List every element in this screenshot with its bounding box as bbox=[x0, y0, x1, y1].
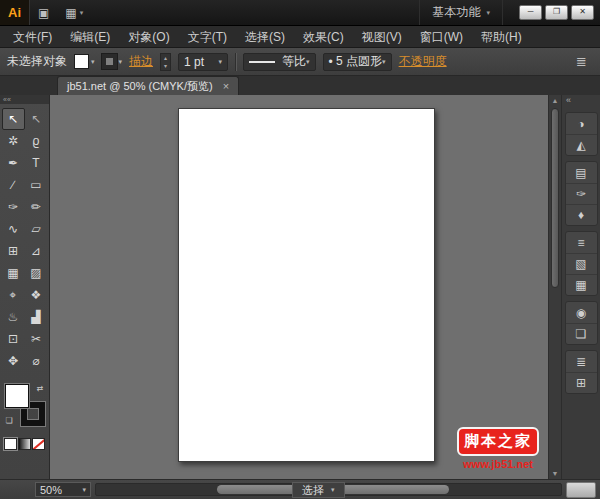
dock-group: ◑ ◭ bbox=[565, 112, 598, 156]
chevron-down-icon: ▾ bbox=[486, 9, 490, 17]
current-tool-status: 选择 bbox=[302, 483, 324, 498]
expand-panels-icon[interactable]: « bbox=[562, 95, 600, 107]
brushes-panel-icon[interactable]: ✑ bbox=[566, 183, 597, 204]
arrange-documents-icon[interactable]: ▦▾ bbox=[57, 0, 91, 25]
document-tab[interactable]: jb51.net @ 50% (CMYK/预览) × bbox=[57, 76, 239, 95]
gradient-mode-button[interactable] bbox=[18, 438, 31, 450]
watermark-logo: 脚本之家 bbox=[457, 427, 539, 456]
shape-builder-tool[interactable]: ⊞ bbox=[2, 240, 25, 262]
close-tab-icon[interactable]: × bbox=[223, 80, 229, 92]
swap-fill-stroke-icon[interactable]: ⇄ bbox=[37, 384, 44, 393]
artboard[interactable] bbox=[178, 108, 435, 462]
workspace-switcher[interactable]: 基本功能▾ bbox=[419, 0, 503, 25]
menu-item-select[interactable]: 选择(S) bbox=[236, 26, 294, 48]
stroke-panel-link[interactable]: 描边 bbox=[129, 53, 153, 70]
document-tab-bar: jb51.net @ 50% (CMYK/预览) × bbox=[0, 76, 600, 95]
symbols-panel-icon[interactable]: ♦ bbox=[566, 204, 597, 225]
menu-item-type[interactable]: 文字(T) bbox=[179, 26, 236, 48]
artboards-panel-icon[interactable]: ⊞ bbox=[566, 372, 597, 393]
magic-wand-tool[interactable]: ✲ bbox=[2, 130, 25, 152]
rectangle-tool[interactable]: ▭ bbox=[25, 174, 48, 196]
fill-swatch[interactable] bbox=[5, 384, 29, 408]
menu-bar: 文件(F) 编辑(E) 对象(O) 文字(T) 选择(S) 效果(C) 视图(V… bbox=[0, 26, 600, 48]
swatches-panel-icon[interactable]: ▤ bbox=[566, 162, 597, 183]
close-button[interactable]: ✕ bbox=[571, 5, 594, 20]
lasso-tool[interactable]: ϱ bbox=[25, 130, 48, 152]
menu-item-help[interactable]: 帮助(H) bbox=[472, 26, 531, 48]
menu-item-view[interactable]: 视图(V) bbox=[353, 26, 411, 48]
dock-group: ≡ ▧ ▦ bbox=[565, 231, 598, 296]
hand-tool[interactable]: ✥ bbox=[2, 350, 25, 372]
direct-selection-tool[interactable]: ↖ bbox=[25, 108, 48, 130]
graphic-styles-panel-icon[interactable]: ❏ bbox=[566, 323, 597, 344]
column-graph-tool[interactable]: ▟ bbox=[25, 306, 48, 328]
chevron-down-icon: ▾ bbox=[382, 58, 386, 66]
color-mode-button[interactable] bbox=[4, 438, 17, 450]
gradient-tool[interactable]: ▨ bbox=[25, 262, 48, 284]
illustrator-logo: Ai bbox=[0, 0, 30, 25]
launch-bridge-icon[interactable]: ▣ bbox=[30, 0, 57, 25]
color-guide-panel-icon[interactable]: ◭ bbox=[566, 134, 597, 155]
width-tool[interactable]: ∿ bbox=[2, 218, 25, 240]
menu-item-object[interactable]: 对象(O) bbox=[119, 26, 178, 48]
gradient-panel-icon[interactable]: ▧ bbox=[566, 253, 597, 274]
color-mode-buttons bbox=[0, 438, 49, 450]
selection-status-label: 未选择对象 bbox=[7, 53, 67, 70]
menu-item-edit[interactable]: 编辑(E) bbox=[61, 26, 119, 48]
eyedropper-tool[interactable]: ⌖ bbox=[2, 284, 25, 306]
dock-group: ◉ ❏ bbox=[565, 301, 598, 345]
stroke-weight-stepper[interactable]: ▴ ▾ bbox=[160, 53, 171, 71]
scroll-up-icon[interactable]: ▲ bbox=[549, 95, 561, 106]
resize-grip[interactable] bbox=[566, 482, 596, 498]
layers-panel-icon[interactable]: ≣ bbox=[566, 351, 597, 372]
mesh-tool[interactable]: ▦ bbox=[2, 262, 25, 284]
control-panel-menu-icon[interactable]: ≣ bbox=[570, 54, 593, 69]
default-fill-stroke-icon[interactable]: ❏ bbox=[6, 416, 13, 425]
line-segment-tool[interactable]: ∕ bbox=[2, 174, 25, 196]
tools-panel-collapse[interactable]: «« bbox=[0, 95, 49, 104]
stroke-weight-dropdown[interactable]: 1 pt ▾ bbox=[178, 53, 228, 71]
pen-tool[interactable]: ✒ bbox=[2, 152, 25, 174]
width-profile-preview-icon bbox=[249, 61, 275, 63]
chevron-down-icon: ▾ bbox=[80, 9, 84, 17]
main-area: «« ↖ ↖ ✲ ϱ ✒ T ∕ ▭ ✑ ✏ ∿ ▱ ⊞ ⊿ ▦ ▨ ⌖ ❖ ♨… bbox=[0, 95, 600, 479]
maximize-button[interactable]: ❐ bbox=[545, 5, 568, 20]
opacity-panel-link[interactable]: 不透明度 bbox=[399, 53, 447, 70]
perspective-grid-tool[interactable]: ⊿ bbox=[25, 240, 48, 262]
control-bar-right: ≣ bbox=[570, 54, 593, 69]
step-down-icon[interactable]: ▾ bbox=[161, 62, 170, 70]
scroll-down-icon[interactable]: ▼ bbox=[549, 468, 561, 479]
vertical-scroll-thumb[interactable] bbox=[551, 108, 559, 288]
document-tab-title: jb51.net @ 50% (CMYK/预览) bbox=[67, 79, 213, 94]
menu-item-effect[interactable]: 效果(C) bbox=[294, 26, 353, 48]
zoom-tool[interactable]: ⌀ bbox=[25, 350, 48, 372]
selection-tool[interactable]: ↖ bbox=[2, 108, 25, 130]
zoom-level-dropdown[interactable]: 50% ▾ bbox=[35, 482, 91, 497]
blend-tool[interactable]: ❖ bbox=[25, 284, 48, 306]
menu-item-file[interactable]: 文件(F) bbox=[4, 26, 61, 48]
color-panel-icon[interactable]: ◑ bbox=[566, 113, 597, 134]
paintbrush-tool[interactable]: ✑ bbox=[2, 196, 25, 218]
free-transform-tool[interactable]: ▱ bbox=[25, 218, 48, 240]
appearance-panel-icon[interactable]: ◉ bbox=[566, 302, 597, 323]
window-controls: ─ ❐ ✕ bbox=[503, 5, 600, 20]
slice-tool[interactable]: ✂ bbox=[25, 328, 48, 350]
canvas-area[interactable]: 脚本之家 www.jb51.net bbox=[50, 95, 548, 479]
vertical-scrollbar[interactable]: ▲ ▼ bbox=[548, 95, 561, 479]
stroke-color-swatch bbox=[102, 54, 117, 69]
transparency-panel-icon[interactable]: ▦ bbox=[566, 274, 597, 295]
type-tool[interactable]: T bbox=[25, 152, 48, 174]
stroke-panel-icon[interactable]: ≡ bbox=[566, 232, 597, 253]
status-display-dropdown[interactable]: 选择 ▾ bbox=[292, 482, 345, 498]
fill-color-dropdown[interactable]: ▾ bbox=[74, 54, 95, 69]
symbol-sprayer-tool[interactable]: ♨ bbox=[2, 306, 25, 328]
menu-item-window[interactable]: 窗口(W) bbox=[411, 26, 472, 48]
stroke-color-dropdown[interactable]: ▾ bbox=[102, 54, 123, 69]
none-mode-button[interactable] bbox=[32, 438, 45, 450]
minimize-button[interactable]: ─ bbox=[519, 5, 542, 20]
pencil-tool[interactable]: ✏ bbox=[25, 196, 48, 218]
artboard-tool[interactable]: ⊡ bbox=[2, 328, 25, 350]
brush-definition-dropdown[interactable]: • 5 点圆形 ▾ bbox=[323, 53, 392, 71]
width-profile-dropdown[interactable]: 等比 ▾ bbox=[243, 53, 316, 71]
step-up-icon[interactable]: ▴ bbox=[161, 54, 170, 62]
